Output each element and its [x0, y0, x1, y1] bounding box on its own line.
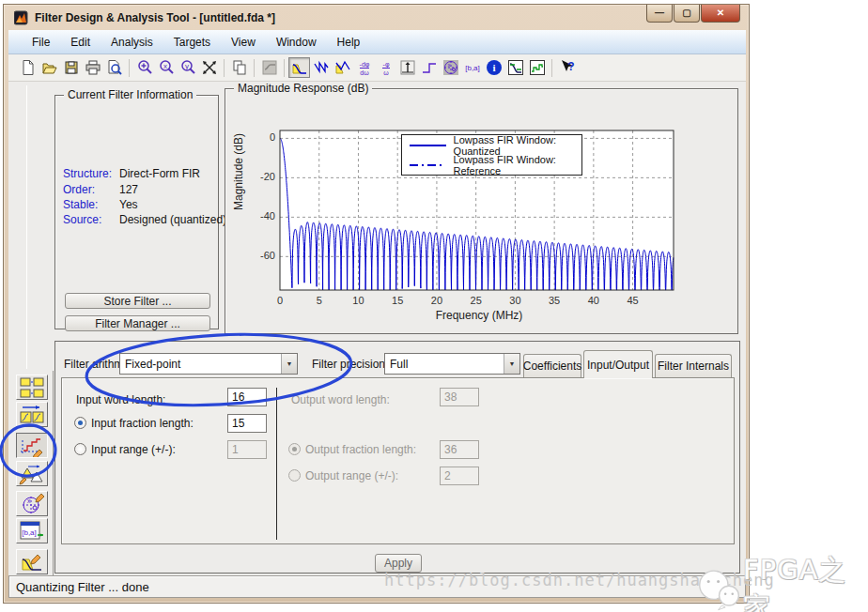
save-button[interactable] [60, 57, 82, 78]
filter-info-button[interactable]: i [483, 57, 504, 78]
menu-item-view[interactable]: View [221, 32, 266, 53]
source-value: Designed (quantized) [119, 213, 226, 226]
menu-item-file[interactable]: File [22, 32, 60, 53]
phase-delay-button[interactable]: -φω [375, 57, 396, 78]
output-range-radio [288, 469, 301, 482]
tab-input-output[interactable]: Input/Output [583, 350, 653, 378]
output-fraction-radio [288, 443, 301, 455]
chevron-down-icon[interactable]: ▼ [504, 354, 519, 374]
quantization-panel: Filter arithmetic: Fixed-point ▼ Filter … [54, 341, 740, 574]
pole-zero-button[interactable]: x [440, 57, 461, 78]
client-area: x [b,a] Current Filter Information Struc… [8, 82, 746, 575]
phase-delay-icon: -φω [377, 58, 395, 77]
tab-filter-internals[interactable]: Filter Internals [655, 354, 732, 377]
svg-text:-dφ: -dφ [359, 61, 369, 69]
zoom-in-icon [135, 58, 154, 77]
title-bar[interactable]: Filter Design & Analysis Tool - [untitle… [4, 5, 749, 30]
x-tick-label: 30 [505, 295, 524, 306]
zoom-x-icon: x [157, 58, 176, 77]
pole-zero-editor-button[interactable]: x [16, 491, 48, 516]
svg-text:dω: dω [360, 69, 369, 76]
zoom-y-icon: y [178, 58, 197, 77]
chevron-down-icon[interactable]: ▼ [281, 354, 297, 374]
zoom-x-button[interactable]: x [155, 57, 177, 78]
design-filter-button[interactable] [16, 549, 48, 574]
save-icon [62, 58, 81, 77]
dashdot-line-sample [410, 164, 445, 166]
multirate-filter-button[interactable] [16, 375, 48, 400]
input-fraction-length-field[interactable] [227, 414, 267, 433]
order-value: 127 [119, 183, 138, 196]
fdatool-window: Filter Design & Analysis Tool - [untitle… [3, 4, 750, 604]
copy-icon [230, 58, 249, 77]
menu-item-edit[interactable]: Edit [60, 32, 101, 53]
minimize-button[interactable]: — [646, 5, 673, 23]
filter-info-icon: i [485, 58, 504, 77]
set-quantization-button[interactable] [16, 433, 48, 458]
menu-item-window[interactable]: Window [266, 32, 327, 53]
context-help-button[interactable]: ? [556, 57, 578, 78]
toolbar-separator [129, 59, 130, 77]
input-fraction-radio[interactable] [74, 417, 86, 429]
store-filter-button[interactable]: Store Filter ... [65, 293, 210, 309]
impulse-response-button[interactable] [396, 57, 418, 78]
pole-zero-editor-icon: x [19, 493, 45, 515]
step-response-icon [420, 58, 439, 77]
realize-model-icon: [b,a] [19, 520, 45, 543]
filter-precision-select[interactable]: Full ▼ [384, 353, 520, 375]
x-tick-label: 0 [271, 295, 289, 306]
filter-precision-label: Filter precision: [312, 358, 388, 371]
print-preview-button[interactable] [103, 57, 125, 78]
open-file-button[interactable] [39, 57, 60, 78]
input-word-length-field[interactable] [227, 388, 267, 406]
output-range-field [440, 467, 479, 485]
menu-item-targets[interactable]: Targets [163, 32, 221, 53]
input-word-length-label: Input word length: [76, 393, 165, 406]
new-file-icon [19, 58, 38, 77]
new-file-button[interactable] [17, 57, 39, 78]
zoom-y-button[interactable]: y [177, 57, 198, 78]
phase-response-button[interactable] [310, 57, 332, 78]
magnitude-phase-button[interactable] [332, 57, 353, 78]
y-axis-label: Magnitude (dB) [232, 133, 245, 210]
magnitude-response-button[interactable] [288, 57, 310, 78]
maximize-button[interactable]: ▢ [674, 5, 700, 23]
transform-filter-icon [19, 463, 45, 485]
passband-zoom-button[interactable] [258, 57, 280, 78]
structure-label: Structure: [63, 167, 112, 180]
transform-filter-button[interactable] [16, 461, 48, 486]
solid-line-sample [410, 145, 446, 146]
quantization-noise-button[interactable] [526, 57, 548, 78]
design-mask-button[interactable] [504, 57, 526, 78]
full-view-icon [200, 58, 219, 77]
menu-item-analysis[interactable]: Analysis [101, 32, 163, 53]
cascade-filter-button[interactable] [16, 402, 48, 427]
menu-bar: File Edit Analysis Targets View Window H… [8, 30, 746, 54]
copy-button[interactable] [228, 57, 250, 78]
tab-coefficients[interactable]: Coefficients [523, 354, 581, 377]
menu-item-help[interactable]: Help [327, 32, 371, 53]
brand-logo: FPGA之家 [695, 552, 868, 612]
x-tick-label: 40 [584, 295, 603, 306]
step-response-button[interactable] [418, 57, 440, 78]
zoom-in-button[interactable] [133, 57, 155, 78]
coefficients-button[interactable]: [b,a] [461, 57, 483, 78]
print-preview-icon [105, 58, 124, 77]
input-range-radio[interactable] [74, 443, 86, 455]
x-tick-label: 20 [427, 295, 446, 306]
svg-text:ω: ω [383, 69, 389, 76]
print-button[interactable] [82, 57, 103, 78]
full-view-button[interactable] [198, 57, 220, 78]
group-delay-button[interactable]: -dφdω [353, 57, 375, 78]
output-range-label: Output range (+/-): [305, 469, 398, 482]
panel-divider [26, 85, 27, 369]
close-button[interactable]: ✕ [701, 5, 740, 23]
realize-model-button[interactable]: [b,a] [16, 518, 48, 543]
filter-arithmetic-select[interactable]: Fixed-point ▼ [119, 353, 298, 375]
svg-text:x: x [163, 62, 167, 70]
apply-button[interactable]: Apply [375, 554, 422, 573]
filter-manager-button[interactable]: Filter Manager ... [65, 315, 210, 331]
order-row: Order:127 [63, 183, 95, 196]
app-icon [14, 10, 29, 25]
context-help-icon: ? [558, 58, 577, 77]
